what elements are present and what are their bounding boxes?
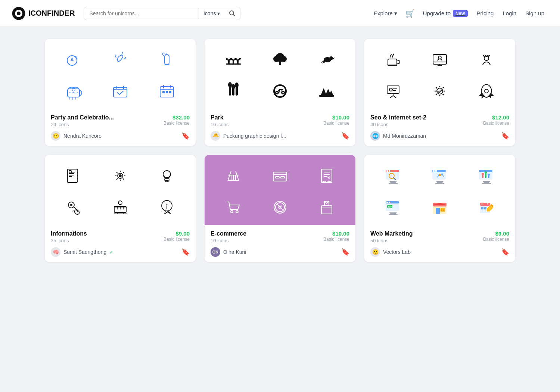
svg-point-93 [488, 174, 490, 176]
bookmark-icon[interactable]: 🔖 [341, 248, 349, 256]
svg-rect-84 [435, 170, 437, 172]
icon-cell [372, 162, 414, 189]
svg-rect-96 [386, 202, 388, 203]
author-name: Nendra Kuncoro [63, 133, 102, 139]
svg-rect-19 [169, 91, 171, 93]
card-title: Party and Celebratio... [51, 114, 114, 121]
author-name: Md Moniruzzaman [383, 133, 426, 139]
card-title: Informations [51, 230, 87, 237]
bookmark-icon[interactable]: 🔖 [501, 132, 509, 140]
svg-rect-83 [433, 170, 435, 172]
svg-marker-10 [125, 57, 126, 58]
svg-point-34 [231, 84, 235, 89]
card-info-seo: Seo & internet set-2 40 icons $12.00 Bas… [364, 109, 515, 127]
cart-icon[interactable]: 🛒 [402, 7, 418, 20]
svg-rect-102 [436, 208, 440, 214]
explore-nav[interactable]: Explore ▾ [370, 8, 401, 19]
icon-preview-grid [52, 162, 188, 221]
icon-cell [259, 78, 301, 105]
nav-links: Explore ▾ 🛒 Upgrade to New Pricing Login… [370, 7, 548, 20]
card-price: $10.00 [323, 230, 349, 237]
login-nav[interactable]: Login [499, 8, 520, 19]
icon-cell [372, 46, 414, 73]
explore-chevron-icon: ▾ [394, 10, 397, 17]
svg-point-3 [18, 8, 20, 10]
search-type-dropdown[interactable]: Icons ▾ [199, 7, 224, 19]
card-license: Basic license [483, 121, 509, 126]
svg-rect-90 [485, 173, 486, 178]
svg-marker-8 [115, 55, 116, 56]
author-name: Sumit Saengthong [63, 249, 106, 255]
card-count: 10 icons [211, 238, 246, 243]
card-preview-seo [364, 39, 515, 109]
card-title: E-commerce [211, 230, 246, 237]
author-park[interactable]: 🐣 Puckung graphic design f... [211, 131, 286, 141]
card-info-ecommerce: E-commerce 10 icons $10.00 Basic license [205, 225, 355, 243]
svg-rect-75 [321, 206, 332, 214]
svg-rect-42 [281, 89, 283, 90]
signup-nav[interactable]: Sign up [522, 8, 548, 19]
icon-cell [419, 78, 461, 105]
icon-cell [99, 162, 141, 189]
search-button[interactable] [224, 7, 240, 20]
author-name: Olha Kurii [223, 249, 246, 255]
card-info-webmarketing: Web Marketing 50 icons $9.00 Basic licen… [364, 225, 515, 243]
icon-cell [466, 162, 508, 189]
author-seo[interactable]: 🌐 Md Moniruzzaman [370, 131, 426, 141]
svg-rect-27 [279, 61, 281, 65]
card-license: Basic license [323, 121, 349, 126]
new-badge: New [453, 10, 468, 17]
svg-rect-48 [387, 86, 399, 93]
svg-point-7 [76, 57, 77, 59]
card-count: 24 icons [51, 122, 114, 127]
icon-cell [419, 194, 461, 221]
author-ecommerce[interactable]: OK Olha Kurii [211, 247, 246, 257]
card-price: $9.00 [164, 230, 190, 237]
icon-cell [212, 194, 254, 221]
pricing-nav[interactable]: Pricing [473, 8, 498, 19]
svg-rect-108 [481, 207, 483, 209]
author-party[interactable]: 🙂 Nendra Kuncoro [51, 131, 102, 141]
card-license: Basic license [483, 237, 509, 242]
author-info[interactable]: 🧠 Sumit Saengthong ✓ [51, 247, 113, 257]
card-license: Basic license [164, 121, 190, 126]
upgrade-button[interactable]: Upgrade to New [419, 8, 472, 19]
icon-cell [212, 46, 254, 73]
card-park: Park 16 icons $10.00 Basic license 🐣 Puc… [205, 39, 355, 146]
svg-rect-13 [68, 89, 80, 97]
card-info-park: Park 16 icons $10.00 Basic license [205, 109, 355, 127]
bookmark-icon[interactable]: 🔖 [181, 248, 190, 256]
card-footer-party: 🙂 Nendra Kuncoro 🔖 [45, 127, 196, 146]
bookmark-icon[interactable]: 🔖 [181, 132, 190, 140]
logo-icon [12, 7, 25, 20]
card-ecommerce: $ [205, 155, 355, 262]
search-bar: Icons ▾ [84, 7, 240, 20]
svg-point-55 [119, 175, 121, 177]
author-webmarketing[interactable]: 🙂 Vectors Lab [370, 247, 411, 257]
card-count: 16 icons [211, 122, 228, 127]
svg-point-33 [228, 82, 232, 87]
bookmark-icon[interactable]: 🔖 [501, 248, 509, 256]
explore-label: Explore [374, 10, 393, 16]
card-title: Seo & internet set-2 [370, 114, 426, 121]
icon-preview-grid [52, 46, 188, 105]
svg-point-51 [485, 89, 488, 93]
svg-rect-66 [276, 177, 279, 178]
svg-point-49 [389, 88, 392, 91]
bookmark-icon[interactable]: 🔖 [341, 132, 349, 140]
svg-point-29 [329, 56, 333, 60]
svg-point-59 [70, 204, 72, 206]
search-input[interactable] [84, 7, 199, 19]
icon-cell [259, 162, 301, 189]
icon-cell [419, 46, 461, 73]
logo[interactable]: ICONFINDER [12, 7, 75, 20]
svg-rect-109 [484, 207, 486, 209]
author-avatar: 🙂 [370, 247, 380, 257]
svg-point-26 [281, 56, 287, 62]
main-content: Party and Celebratio... 24 icons $32.00 … [30, 27, 530, 274]
svg-marker-9 [122, 52, 123, 53]
icon-cell [52, 162, 94, 189]
svg-rect-43 [319, 95, 334, 97]
svg-rect-97 [389, 202, 390, 203]
card-license: Basic license [323, 237, 349, 242]
